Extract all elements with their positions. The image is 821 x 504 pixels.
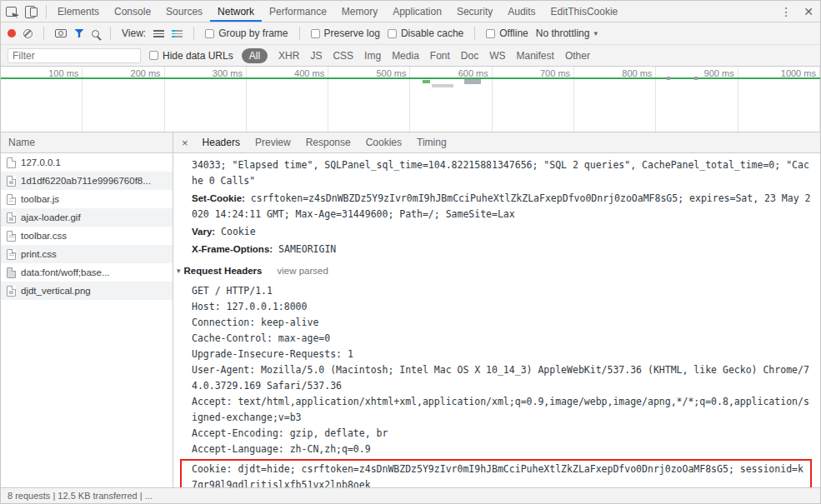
tab-elements[interactable]: Elements (50, 1, 107, 22)
tab-network[interactable]: Network (210, 1, 262, 22)
close-devtools-icon[interactable]: ✕ (803, 6, 813, 17)
divider (110, 27, 111, 40)
timeline-tick: 1000 ms (738, 67, 820, 132)
request-headers-section[interactable]: ▾ Request Headers view parsed (177, 263, 812, 279)
tab-performance[interactable]: Performance (262, 1, 334, 22)
type-filter-js[interactable]: JS (310, 50, 322, 62)
inspect-element-icon[interactable] (6, 7, 17, 17)
table-row[interactable]: print.css (1, 245, 173, 263)
clear-network-log-icon[interactable] (23, 29, 33, 38)
tab-editthiscookie[interactable]: EditThisCookie (543, 1, 626, 22)
request-header-line: Accept-Language: zh-CN,zh;q=0.9 (192, 442, 812, 457)
table-row[interactable]: toolbar.js (1, 190, 173, 208)
device-toolbar-icon[interactable] (25, 6, 38, 17)
table-row[interactable]: 127.0.0.1 (1, 153, 173, 172)
record-network-log-button[interactable] (8, 29, 16, 37)
overflow-menu-icon[interactable]: ⋮ (780, 6, 792, 17)
devtools-tab-bar: Elements Console Sources Network Perform… (1, 1, 820, 22)
details-tab-timing[interactable]: Timing (409, 132, 454, 152)
request-name: print.css (21, 249, 57, 259)
offline-label: Offline (499, 27, 528, 39)
tab-application[interactable]: Application (385, 1, 449, 22)
capture-screenshots-icon[interactable] (55, 29, 67, 37)
response-header-row: X-Frame-Options: SAMEORIGIN (192, 242, 812, 257)
header-value: csrftoken=z4sDnWBZDz5Y9zIvr0mI9hJBmCciPu… (192, 192, 810, 220)
header-value: SAMEORIGIN (278, 243, 336, 255)
timeline-tick: 700 ms (493, 67, 574, 132)
disclosure-triangle-icon[interactable]: ▾ (177, 263, 181, 279)
checkbox-icon[interactable] (311, 29, 320, 38)
devtools-window: Elements Console Sources Network Perform… (0, 0, 821, 504)
throttling-dropdown[interactable]: No throttling ▾ (536, 27, 598, 39)
image-icon (7, 286, 16, 297)
image-icon (7, 176, 16, 187)
table-row[interactable]: data:font/woff;base... (1, 263, 173, 282)
table-row[interactable]: 1d1df6220ab711e9996760f8... (1, 172, 173, 190)
type-filter-xhr[interactable]: XHR (278, 50, 299, 62)
type-filter-all[interactable]: All (242, 48, 268, 63)
type-filter-doc[interactable]: Doc (461, 50, 478, 62)
filter-input[interactable] (8, 48, 141, 63)
throttling-value: No throttling (536, 27, 590, 39)
details-tab-bar: × Headers Preview Response Cookies Timin… (173, 132, 820, 153)
view-label: View: (122, 27, 146, 39)
request-name: 1d1df6220ab711e9996760f8... (21, 176, 151, 186)
view-small-rows-icon[interactable] (153, 30, 164, 37)
group-by-frame-checkbox[interactable]: Group by frame (205, 27, 288, 39)
view-waterfall-icon[interactable] (172, 30, 183, 37)
type-filter-css[interactable]: CSS (333, 50, 353, 62)
type-filter-font[interactable]: Font (430, 50, 450, 62)
section-title: Request Headers (184, 263, 263, 279)
table-row[interactable]: djdt_vertical.png (1, 282, 173, 300)
request-header-line: Upgrade-Insecure-Requests: 1 (192, 347, 812, 362)
checkbox-icon[interactable] (486, 29, 495, 38)
hide-data-urls-checkbox[interactable]: Hide data URLs (149, 50, 233, 62)
tab-console[interactable]: Console (107, 1, 158, 22)
hide-data-urls-label: Hide data URLs (163, 50, 233, 62)
request-name: djdt_vertical.png (21, 286, 91, 296)
preserve-log-checkbox[interactable]: Preserve log (311, 27, 380, 39)
details-tab-headers[interactable]: Headers (195, 132, 248, 152)
filter-funnel-icon[interactable] (74, 29, 84, 38)
checkbox-icon[interactable] (205, 29, 214, 38)
header-value: Cookie (221, 226, 256, 237)
stylesheet-icon (7, 231, 16, 242)
checkbox-icon[interactable] (388, 29, 397, 38)
divider (299, 27, 300, 40)
tab-security[interactable]: Security (449, 1, 500, 22)
network-filter-bar: Hide data URLs All XHR JS CSS Img Media … (1, 45, 820, 67)
response-header-row: Vary: Cookie (192, 224, 812, 240)
tab-memory[interactable]: Memory (334, 1, 385, 22)
type-filter-media[interactable]: Media (392, 50, 419, 62)
type-filter-img[interactable]: Img (364, 50, 381, 62)
details-tab-response[interactable]: Response (298, 132, 358, 152)
timeline-tick: 600 ms (410, 67, 492, 132)
cookie-header-line: Cookie: djdt=hide; csrftoken=z4sDnWBZDz5… (192, 462, 807, 487)
response-header-overflow-text: 34033; "Elapsed time", SQLPanel_sql_time… (192, 157, 812, 189)
close-details-icon[interactable]: × (175, 132, 195, 152)
name-column-header[interactable]: Name (1, 132, 173, 153)
tab-audits[interactable]: Audits (500, 1, 543, 22)
type-filter-ws[interactable]: WS (489, 50, 505, 62)
disable-cache-checkbox[interactable]: Disable cache (388, 27, 463, 39)
chevron-down-icon: ▾ (593, 29, 598, 37)
search-icon[interactable] (92, 30, 99, 37)
view-parsed-link[interactable]: view parsed (278, 263, 328, 279)
request-header-line: Host: 127.0.0.1:8000 (192, 299, 812, 315)
type-filter-manifest[interactable]: Manifest (517, 50, 554, 62)
divider (43, 27, 44, 40)
details-tab-cookies[interactable]: Cookies (358, 132, 409, 152)
timeline-tick: 200 ms (83, 67, 164, 132)
tab-sources[interactable]: Sources (158, 1, 210, 22)
request-name: data:font/woff;base... (21, 267, 110, 277)
table-row[interactable]: ajax-loader.gif (1, 208, 173, 227)
table-row[interactable]: toolbar.css (1, 227, 173, 245)
network-overview-timeline[interactable]: 100 ms 200 ms 300 ms 400 ms 500 ms 600 m… (1, 67, 820, 132)
summary-text: 8 requests | 12.5 KB transferred | ... (8, 491, 153, 501)
font-icon (7, 267, 16, 278)
offline-checkbox[interactable]: Offline (486, 27, 528, 39)
checkbox-icon[interactable] (149, 51, 158, 60)
details-tab-preview[interactable]: Preview (248, 132, 298, 152)
request-header-line: Cache-Control: max-age=0 (192, 331, 812, 347)
type-filter-other[interactable]: Other (565, 50, 590, 62)
